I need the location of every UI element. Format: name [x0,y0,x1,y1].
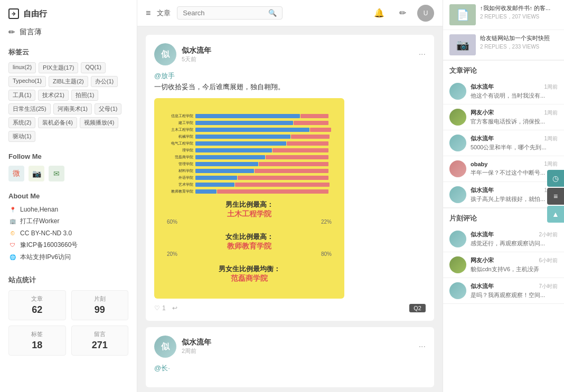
like-action-1[interactable]: ♡ 1 [154,304,166,312]
comment-badge-1[interactable]: Q2 [409,304,426,312]
post-footer-1: ♡ 1 ↩ Q2 [154,304,426,312]
comment-text: 是吗？我再观察观察！空间... [471,291,558,299]
stat-item: 片刻99 [71,290,129,320]
mail-icon[interactable]: ✉ [49,166,64,181]
right-post-title-0: ↑我如何收发邮件书↑ 的客... [480,4,558,12]
article-comments-title: 文章评论 [443,60,564,79]
right-post-title-1: 给友链网站加一个实时快照 [480,34,558,42]
about-ipv6: 🌐 本站支持IPv6访问 [8,253,128,262]
comment-avatar [449,186,466,203]
comment-author: 似水流年 [471,135,494,142]
post-image-1: 信息工程学院 建工学院 土木工程学院 机械学院 电气工程学院 理学院 范磊商学院… [154,98,344,299]
snap-icon[interactable]: 📷 [29,166,44,181]
comment-time: 6小时前 [539,257,558,264]
post-meta-1: 似水流年 5天前 [182,46,413,63]
post-time-1: 5天前 [182,55,413,63]
post-text-1: 一切收拾妥当，今后谁鹰展翅，独自翱翔。 [154,83,285,91]
chart-label: 理学院 [164,148,195,153]
tag-item[interactable]: 日常生活(25) [8,103,51,114]
post-menu-1[interactable]: ··· [419,50,426,59]
stat-item: 标签18 [8,326,66,356]
about-location: 📍 Luohe,Henan [8,205,128,214]
tag-item[interactable]: 系统(2) [8,117,35,128]
comment-item: 似水流年 7小时前 是吗？我再观察观察！空间... [443,278,564,304]
right-post-item-1[interactable]: 📷 给友链网站加一个实时快照 2 REPLIES，233 VIEWS [443,30,564,60]
right-post-meta-0: 2 REPLIES，207 VIEWS [480,13,558,21]
chart-male-pct-right: 22% [321,219,332,225]
stat-value: 99 [76,304,124,315]
right-post-item-0[interactable]: 📄 ↑我如何收发邮件书↑ 的客... 2 REPLIES，207 VIEWS [443,0,564,30]
comment-text: 半年一保？不过这个中断号... [471,169,558,177]
float-btn-menu[interactable]: ≡ [547,188,564,205]
tag-item[interactable]: 拍照(1) [71,90,98,101]
tag-item[interactable]: PIX主题(17) [39,62,78,73]
comment-author: 似水流年 [471,83,494,91]
chart-label: 艺术学院 [164,182,195,187]
chart-container: 信息工程学院 建工学院 土木工程学院 机械学院 电气工程学院 理学院 范磊商学院… [154,105,344,292]
menu-icon[interactable]: ≡ [146,8,151,18]
tag-item[interactable]: Typecho(1) [8,76,46,87]
logo-icon: ✈ [8,8,19,19]
stat-value: 62 [13,304,61,315]
post-avatar-2: 似 [154,336,176,358]
float-btn-clock[interactable]: ◷ [547,170,564,187]
about-ipv6-text: 本站支持IPv6访问 [20,253,71,262]
logo[interactable]: ✈ 自由行 [8,8,128,19]
stat-label: 片刻 [76,295,124,303]
post-avatar-1: 似 [154,43,176,65]
chart-label: 机械学院 [164,134,195,139]
chart-label: 范磊商学院 [164,155,195,160]
weibo-icon[interactable]: 微 [8,166,24,181]
tag-item[interactable]: 技术(21) [38,90,69,101]
tag-item[interactable]: linux(2) [8,62,36,73]
search-input[interactable] [183,9,268,17]
user-avatar[interactable]: U [417,5,434,22]
guestbook-link[interactable]: ✏ 留言薄 [8,27,128,37]
comment-time: 7小时前 [539,283,558,290]
comment-info: obaby 1周前 半年一保？不过这个中断号... [471,160,558,177]
comment-item: 似水流年 1周前 他这个有说明，当时我没有... [443,79,564,104]
tag-item[interactable]: 河南美术(1) [53,103,92,114]
stat-label: 留言 [76,330,124,338]
comment-avatar [449,160,466,177]
chart-male-pct: 60% 22% [162,219,337,225]
tag-item[interactable]: 工具(1) [8,90,35,101]
about-me-section: About Me 📍 Luohe,Henan 🏢 打工仔Worker © CC … [8,192,128,265]
stat-value: 271 [76,340,124,351]
comment-author-row: 网友小宋 6小时前 [471,256,558,264]
chart-female-section: 女生比例最高： 教师教育学院 20% 80% [159,229,339,261]
float-btn-top[interactable]: ▲ [547,206,564,223]
tag-item[interactable]: QQ(1) [81,62,106,73]
tag-item[interactable]: 装机必备(4) [38,117,77,128]
tag-item[interactable]: 办公(1) [91,76,118,87]
share-action-1[interactable]: ↩ [172,304,177,312]
location-icon: 📍 [8,205,17,214]
chart-female-pct-right: 80% [321,251,332,257]
float-buttons: ◷ ≡ ▲ [547,170,564,223]
tag-item[interactable]: ZIBL主题(2) [49,76,88,87]
comment-text: 感觉还行，再观察观察访问... [471,240,558,247]
chart-equal-section: 男女生比例最均衡： 范磊商学院 [159,261,339,286]
tag-item[interactable]: 驱动(1) [8,131,35,142]
follow-me-title: Follow Me [8,152,128,160]
chart-male-pct-left: 60% [167,219,177,225]
tag-item[interactable]: 视频播放(4) [80,117,118,128]
comment-info: 网友小宋 1周前 官方客服电话投诉，消保投... [471,109,558,126]
post-time-2: 2周前 [182,347,413,355]
comment-time: 2小时前 [539,231,558,238]
chart-label: 管理学院 [164,161,195,167]
comment-author: 似水流年 [471,231,494,238]
post-menu-2[interactable]: ··· [419,342,426,351]
notification-icon[interactable]: 🔔 [371,5,388,22]
post-content-1: @放手 一切收拾妥当，今后谁鹰展翅，独自翱翔。 [154,71,426,93]
about-location-text: Luohe,Henan [20,206,58,213]
compose-icon[interactable]: ✏ [394,5,411,22]
comment-author-row: 网友小宋 1周前 [471,109,558,117]
comment-author: 似水流年 [471,186,494,194]
comment-item: obaby 1周前 半年一保？不过这个中断号... [443,156,564,182]
post-header-1: 似 似水流年 5天前 ··· [154,43,426,65]
post-mention-1: @放手 [154,72,175,80]
tag-item[interactable]: 父母(1) [95,103,121,114]
right-sidebar: 📄 ↑我如何收发邮件书↑ 的客... 2 REPLIES，207 VIEWS 📷… [443,0,564,392]
chart-equal-highlight: 范磊商学院 [162,274,337,283]
